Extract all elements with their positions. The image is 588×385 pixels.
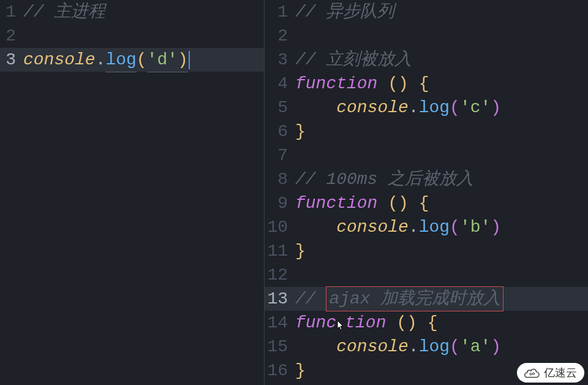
code-line[interactable]: 1// 异步队列 (265, 0, 588, 24)
line-number: 15 (265, 335, 295, 359)
line-number: 7 (265, 143, 295, 167)
cloud-icon (523, 367, 540, 378)
code-line[interactable]: 4function () { (265, 72, 588, 96)
line-number: 11 (265, 239, 295, 263)
line-number: 8 (265, 167, 295, 191)
code-line[interactable]: 8// 100ms 之后被放入 (265, 167, 588, 191)
line-number: 4 (265, 72, 295, 96)
code-line[interactable]: 7 (265, 143, 588, 167)
code-line[interactable]: 1// 主进程 (0, 0, 264, 24)
line-content: function () { (295, 311, 437, 335)
line-number: 10 (265, 215, 295, 239)
mouse-cursor-icon (336, 320, 345, 331)
code-line[interactable]: 2 (265, 24, 588, 48)
code-line[interactable]: 2 (0, 24, 264, 48)
highlighted-selection: ajax 加载完成时放入 (326, 286, 503, 311)
line-content: // 立刻被放入 (295, 48, 412, 72)
line-content: console.log('c') (295, 96, 501, 120)
watermark-badge: 亿速云 (517, 363, 584, 383)
svg-point-1 (530, 373, 532, 375)
code-line[interactable]: 6} (265, 120, 588, 143)
line-content: } (295, 359, 306, 383)
line-content: } (295, 239, 306, 263)
code-line[interactable]: 10 console.log('b') (265, 215, 588, 239)
line-number: 14 (265, 311, 295, 335)
line-number: 1 (265, 0, 295, 24)
line-number: 5 (265, 96, 295, 120)
code-line[interactable]: 11} (265, 239, 588, 263)
code-line[interactable]: 3console.log('d') (0, 48, 264, 72)
line-content: console.log('b') (295, 215, 501, 239)
line-number: 6 (265, 120, 295, 143)
line-number: 2 (0, 24, 23, 48)
line-content: } (295, 120, 306, 143)
line-content: console.log('d') (23, 48, 190, 72)
line-number: 3 (265, 48, 295, 72)
code-line[interactable]: 15 console.log('a') (265, 335, 588, 359)
text-cursor (189, 51, 190, 69)
line-content: function () { (295, 191, 429, 215)
line-content: function () { (295, 72, 429, 96)
line-number: 16 (265, 359, 295, 383)
line-content: // 主进程 (23, 0, 105, 24)
line-content: // 100ms 之后被放入 (295, 167, 473, 191)
line-number: 12 (265, 263, 295, 287)
watermark-text: 亿速云 (544, 365, 577, 380)
line-number: 9 (265, 191, 295, 215)
line-number: 2 (265, 24, 295, 48)
editor-pane-right[interactable]: 1// 异步队列23// 立刻被放入4function () {5 consol… (265, 0, 588, 385)
code-line[interactable]: 5 console.log('c') (265, 96, 588, 120)
line-content: console.log('a') (295, 335, 501, 359)
code-line[interactable]: 12 (265, 263, 588, 287)
code-line[interactable]: 14function () { (265, 311, 588, 335)
line-number: 3 (0, 48, 23, 72)
svg-point-0 (533, 373, 535, 375)
line-number: 13 (265, 287, 295, 311)
code-line[interactable]: 3// 立刻被放入 (265, 48, 588, 72)
line-content: // ajax 加载完成时放入 (295, 286, 503, 311)
editor-pane-left[interactable]: 1// 主进程23console.log('d') (0, 0, 265, 385)
line-number: 1 (0, 0, 23, 24)
code-line[interactable]: 9function () { (265, 191, 588, 215)
code-line[interactable]: 13// ajax 加载完成时放入 (265, 287, 588, 311)
line-content: // 异步队列 (295, 0, 394, 24)
